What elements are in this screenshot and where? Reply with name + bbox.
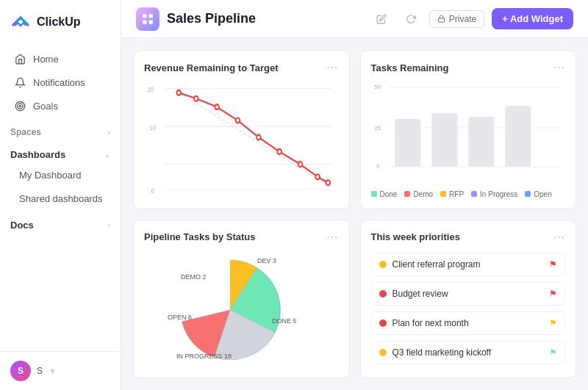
user-name: S (37, 366, 43, 376)
sidebar-item-my-dashboard[interactable]: My Dashboard (4, 164, 116, 187)
svg-point-20 (257, 135, 261, 140)
svg-line-15 (179, 93, 328, 185)
home-icon (15, 54, 26, 65)
docs-label: Docs (10, 220, 34, 231)
logo-area: ClickUp (0, 0, 121, 44)
avatar: S (10, 361, 31, 381)
priority-item-left-3: Q3 field marketing kickoff (379, 347, 492, 358)
my-dashboard-label: My Dashboard (19, 170, 82, 181)
done-label: Done (380, 190, 398, 198)
pipeline-pie-chart: DEV 3 DONE 5 IN PROGRESS 18 OPEN 6 DEMO … (144, 250, 339, 368)
legend-done: Done (371, 190, 398, 198)
logo-text: ClickUp (37, 15, 81, 29)
pencil-icon (376, 14, 387, 24)
priority-item-left-1: Budget review (379, 289, 448, 299)
priorities-widget: This week priorities ··· Client referral… (360, 220, 577, 379)
docs-section-header[interactable]: Docs › (0, 211, 121, 234)
priority-item-0: Client referral program ⚑ (371, 253, 566, 276)
page-title: Sales Pipeline (167, 11, 256, 26)
svg-rect-49 (505, 106, 531, 167)
priority-dot-1 (379, 290, 387, 297)
edit-button[interactable] (370, 8, 392, 30)
legend-rfp: RFP (440, 190, 464, 198)
revenue-widget-title: Revenue Remaining to Target (144, 62, 279, 73)
docs-chevron-icon: › (108, 221, 110, 229)
sidebar-item-notifications[interactable]: Notifications (4, 71, 116, 94)
header-right: Private + Add Widget (370, 8, 573, 30)
priorities-widget-title: This week priorities (371, 231, 460, 242)
done-color-dot (371, 191, 377, 197)
priority-item-left-2: Plan for next month (379, 318, 469, 328)
main-content: Sales Pipeline Private + Add Widget Reve… (121, 0, 588, 390)
demo-color-dot (404, 191, 410, 197)
priority-text-0: Client referral program (392, 259, 481, 270)
refresh-button[interactable] (400, 8, 422, 30)
dashboards-chevron-icon: ⌄ (104, 151, 110, 159)
pipeline-widget-menu[interactable]: ··· (326, 231, 338, 244)
privacy-badge[interactable]: Private (429, 10, 484, 28)
spaces-chevron-icon: › (108, 129, 110, 137)
dashboards-label: Dashboards (10, 149, 65, 160)
tasks-widget-menu[interactable]: ··· (553, 61, 565, 74)
svg-rect-6 (149, 20, 153, 24)
dashboard-grid: Revenue Remaining to Target ··· 20 10 0 (121, 38, 588, 390)
tasks-chart-svg: 50 25 0 (371, 80, 566, 176)
dev-label: DEV 3 (257, 257, 276, 264)
page-header: Sales Pipeline Private + Add Widget (121, 0, 588, 38)
tasks-widget-title: Tasks Remaining (371, 62, 449, 73)
svg-text:25: 25 (374, 125, 381, 131)
svg-rect-7 (438, 18, 444, 22)
dashboards-section-header[interactable]: Dashboards ⌄ (0, 140, 121, 163)
priority-dot-3 (379, 349, 387, 356)
svg-text:20: 20 (148, 85, 154, 93)
sidebar-item-goals[interactable]: Goals (4, 95, 116, 118)
priority-item-2: Plan for next month ⚑ (371, 311, 566, 335)
svg-point-19 (236, 118, 240, 123)
svg-point-17 (194, 96, 198, 101)
tasks-bar-chart: 50 25 0 (371, 80, 566, 186)
pipeline-widget-header: Pipeline Tasks by Status ··· (144, 231, 339, 244)
svg-rect-43 (468, 117, 494, 167)
priority-flag-2: ⚑ (549, 318, 557, 328)
svg-rect-5 (143, 20, 146, 24)
goals-icon (15, 101, 26, 112)
svg-point-21 (277, 149, 282, 154)
legend-inprogress: In Progress (471, 190, 517, 198)
svg-point-22 (298, 162, 303, 167)
pipeline-widget: Pipeline Tasks by Status ··· (133, 220, 350, 379)
svg-rect-3 (143, 14, 146, 18)
tasks-legend: Done Demo RFP In Progress Open (371, 190, 566, 198)
sidebar-user-area[interactable]: S S ▼ (0, 351, 121, 390)
svg-rect-37 (431, 113, 457, 167)
rfp-color-dot (440, 191, 446, 197)
demo-label-pie: DEMO 2 (181, 273, 207, 281)
priority-dot-2 (379, 319, 387, 327)
svg-point-18 (215, 104, 219, 109)
priorities-widget-menu[interactable]: ··· (553, 231, 565, 244)
priority-flag-1: ⚑ (549, 289, 557, 299)
pipeline-pie-svg: DEV 3 DONE 5 IN PROGRESS 18 OPEN 6 DEMO … (160, 250, 322, 367)
add-widget-button[interactable]: + Add Widget (492, 8, 573, 29)
sidebar-item-shared-dashboards[interactable]: Shared dashboards (4, 187, 116, 210)
svg-rect-4 (149, 14, 153, 18)
open-label-pie: OPEN 6 (168, 314, 192, 321)
svg-text:10: 10 (150, 123, 157, 131)
priority-text-1: Budget review (392, 289, 448, 299)
done-label-pie: DONE 5 (272, 317, 297, 325)
spaces-section-header[interactable]: Spaces › (0, 118, 121, 140)
open-color-dot (525, 191, 531, 197)
revenue-widget-header: Revenue Remaining to Target ··· (144, 61, 339, 74)
home-label: Home (33, 54, 59, 65)
priority-dot-0 (379, 261, 387, 268)
tasks-widget-header: Tasks Remaining ··· (371, 61, 566, 74)
sidebar-item-home[interactable]: Home (4, 48, 116, 71)
svg-point-2 (19, 105, 21, 107)
revenue-chart-svg: 20 10 0 (144, 80, 339, 198)
inprogress-color-dot (471, 191, 477, 197)
tasks-widget: Tasks Remaining ··· 50 25 0 (360, 50, 577, 209)
revenue-widget-menu[interactable]: ··· (326, 61, 338, 74)
svg-point-1 (18, 104, 24, 109)
svg-point-24 (326, 180, 330, 185)
priority-text-3: Q3 field marketing kickoff (392, 347, 492, 358)
revenue-widget: Revenue Remaining to Target ··· 20 10 0 (133, 50, 350, 209)
